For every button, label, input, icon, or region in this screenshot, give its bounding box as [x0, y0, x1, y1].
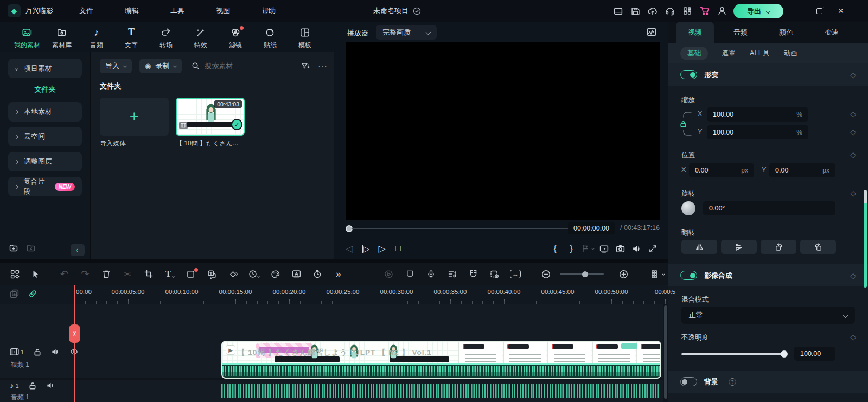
link-clips-icon[interactable]: [28, 289, 37, 298]
zoom-in-icon[interactable]: [613, 266, 634, 282]
close-button[interactable]: ×: [833, 3, 849, 19]
stop-button[interactable]: □: [390, 241, 406, 256]
import-button[interactable]: 导入: [100, 59, 132, 73]
crop-icon[interactable]: [138, 266, 159, 282]
keyframe-icon[interactable]: ◇: [850, 271, 856, 280]
background-toggle[interactable]: [680, 377, 697, 386]
properties-subtab[interactable]: AI工具: [750, 49, 770, 58]
help-icon[interactable]: ?: [729, 378, 736, 386]
track-mute-icon[interactable]: [51, 348, 60, 356]
split-scissors-icon[interactable]: ✂: [117, 266, 138, 282]
timeline-vertical-scrollbar[interactable]: [664, 305, 667, 399]
properties-subtab[interactable]: 基础: [680, 47, 708, 60]
zoom-slider-handle[interactable]: [582, 271, 588, 277]
flip-vertical-button[interactable]: [721, 240, 757, 254]
keyframe-icon[interactable]: ◇: [850, 127, 856, 136]
blend-mode-dropdown[interactable]: 正常: [681, 307, 855, 324]
rotate-ccw-button[interactable]: [800, 240, 836, 254]
timeline-ruler[interactable]: 00:0000:00:05:0000:00:10:0000:00:15:0000…: [0, 285, 668, 304]
opacity-slider-handle[interactable]: [781, 350, 788, 358]
properties-tab[interactable]: 颜色: [767, 22, 805, 43]
play-button[interactable]: ▷: [374, 241, 390, 256]
new-folder-icon[interactable]: [9, 243, 18, 253]
sidebar-item[interactable]: 本地素材: [8, 102, 82, 122]
step-forward-button[interactable]: ▷: [358, 241, 374, 256]
collapse-sidebar-button[interactable]: [71, 244, 85, 256]
sidebar-item[interactable]: 文件夹: [8, 84, 82, 95]
preview-selection-icon[interactable]: [484, 266, 505, 282]
redo-icon[interactable]: ↷: [75, 266, 96, 282]
menu-item[interactable]: 文件: [79, 6, 93, 16]
tab-transitions[interactable]: 转场: [149, 22, 183, 52]
save-icon[interactable]: [627, 3, 643, 19]
properties-subtab[interactable]: 遮罩: [722, 49, 736, 58]
transform-toggle[interactable]: [680, 70, 697, 79]
keyframe-icon[interactable]: ◇: [850, 333, 856, 341]
auto-caption-icon[interactable]: [286, 266, 307, 282]
scale-link-lock-icon[interactable]: [680, 120, 687, 127]
mask-tool-icon[interactable]: [180, 266, 201, 282]
render-preview-icon[interactable]: [647, 28, 656, 36]
menu-item[interactable]: 视图: [216, 6, 230, 16]
track-lock-icon[interactable]: [29, 382, 36, 390]
opacity-value-field[interactable]: 100.00: [794, 347, 835, 361]
scale-x-field[interactable]: 100.00%: [707, 107, 808, 122]
select-tool-icon[interactable]: [25, 266, 47, 282]
zoom-out-icon[interactable]: [535, 266, 557, 282]
opacity-slider[interactable]: [681, 350, 788, 358]
rotation-dial[interactable]: [681, 201, 695, 215]
flip-horizontal-button[interactable]: [681, 240, 717, 254]
undo-icon[interactable]: ↶: [54, 266, 75, 282]
support-headset-icon[interactable]: [662, 3, 678, 19]
mute-speaker-button[interactable]: [628, 241, 644, 256]
account-icon[interactable]: [714, 3, 730, 19]
rotate-field[interactable]: 0.00°: [703, 201, 835, 215]
keyframe-icon[interactable]: ◇: [850, 150, 856, 159]
tab-text[interactable]: T 文字: [114, 22, 149, 52]
properties-scrollbar[interactable]: [864, 190, 867, 288]
menu-item[interactable]: 编辑: [125, 6, 139, 16]
menu-item[interactable]: 帮助: [261, 6, 276, 16]
properties-subtab[interactable]: 动画: [784, 49, 797, 58]
more-tools-icon[interactable]: »: [328, 266, 349, 282]
more-options-icon[interactable]: ···: [318, 61, 328, 71]
sidebar-item[interactable]: 云空间: [8, 127, 82, 146]
track-lock-icon[interactable]: [34, 348, 41, 356]
properties-tab[interactable]: 视频: [676, 22, 714, 43]
tab-stock-media[interactable]: 素材库: [44, 22, 79, 52]
properties-tab[interactable]: 音频: [722, 22, 760, 43]
media-overview-icon[interactable]: [4, 266, 25, 282]
track-mute-icon[interactable]: [46, 381, 55, 390]
keyframe-icon[interactable]: ◇: [850, 71, 856, 79]
audio-mixer-icon[interactable]: [442, 266, 463, 282]
export-button[interactable]: 导出: [733, 4, 783, 18]
fullscreen-button[interactable]: [644, 241, 661, 256]
timeline-zoom-slider[interactable]: [560, 271, 610, 277]
minimize-button[interactable]: [789, 3, 806, 19]
keyframe-icon[interactable]: ◇: [850, 110, 856, 118]
position-y-field[interactable]: 0.00px: [769, 163, 835, 177]
mirror-display-button[interactable]: [596, 241, 612, 256]
maximize-button[interactable]: [811, 3, 827, 19]
snapshot-camera-button[interactable]: [612, 241, 628, 256]
keyframe-edit-icon[interactable]: [222, 266, 244, 282]
search-input[interactable]: [205, 62, 275, 70]
mark-in-button[interactable]: {: [547, 241, 563, 256]
media-clip-tile[interactable]: 00:43:03 ✓: [176, 98, 245, 136]
current-timecode[interactable]: 00:00:00:00: [568, 222, 615, 234]
paste-attributes-icon[interactable]: [10, 289, 19, 298]
filter-icon[interactable]: [301, 61, 310, 71]
timeline-video-clip[interactable]: ▶ 【 10問 】たくさん練習しよう！JLPT 【 N2 】 Vol.1: [221, 341, 661, 379]
magnetic-timeline-icon[interactable]: [463, 266, 484, 282]
import-media-tile[interactable]: +: [100, 98, 169, 136]
voiceover-mic-icon[interactable]: [420, 266, 442, 282]
position-x-field[interactable]: 0.00px: [689, 163, 754, 177]
tab-my-media[interactable]: 我的素材: [10, 22, 44, 52]
compositing-toggle[interactable]: [680, 271, 697, 280]
marker-flag-icon[interactable]: [399, 266, 420, 282]
tab-audio[interactable]: ♪ 音频: [79, 22, 114, 52]
render-preview-toggle-icon[interactable]: [378, 266, 399, 282]
color-palette-icon[interactable]: [265, 266, 286, 282]
timeline-audio-clip[interactable]: [221, 381, 661, 402]
apps-grid-icon[interactable]: [679, 3, 695, 19]
